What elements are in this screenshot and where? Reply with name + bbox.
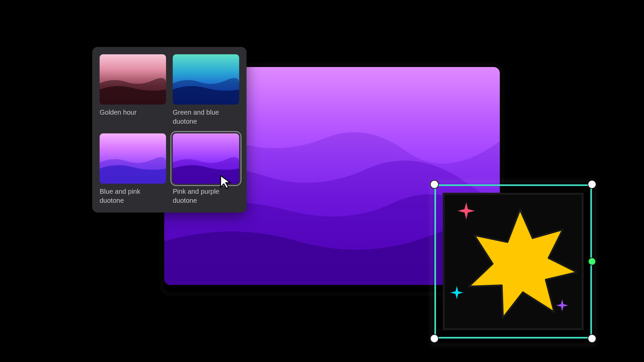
filter-option-pink-purple[interactable]: Pink and purple duotone [173,133,239,205]
filter-thumbnail [100,133,166,184]
filter-thumbnail [100,54,166,105]
sparkle-icon [449,285,464,300]
resize-handle-bottom-right[interactable] [588,334,596,343]
resize-handle-top-right[interactable] [588,180,596,189]
svg-marker-0 [469,209,577,318]
filter-thumbnail [173,54,239,105]
mountain-ridge-icon [173,74,239,105]
filter-label: Blue and pink duotone [100,187,166,205]
filter-option-blue-pink[interactable]: Blue and pink duotone [100,133,166,205]
mountain-ridge-icon [100,154,166,184]
rotate-handle[interactable] [588,257,596,265]
filter-label: Green and blue duotone [173,108,239,126]
filter-option-golden-hour[interactable]: Golden hour [100,54,166,126]
star-icon [463,207,577,321]
selected-element[interactable] [443,193,584,330]
selection-bounding-box[interactable] [434,184,592,339]
resize-handle-bottom-left[interactable] [430,334,439,343]
mountain-ridge-icon [100,74,166,105]
resize-handle-top-left[interactable] [430,180,439,189]
filter-label: Golden hour [100,108,166,117]
filter-label: Pink and purple duotone [173,187,239,205]
cursor-icon [219,174,234,190]
filter-option-green-blue[interactable]: Green and blue duotone [173,54,239,126]
